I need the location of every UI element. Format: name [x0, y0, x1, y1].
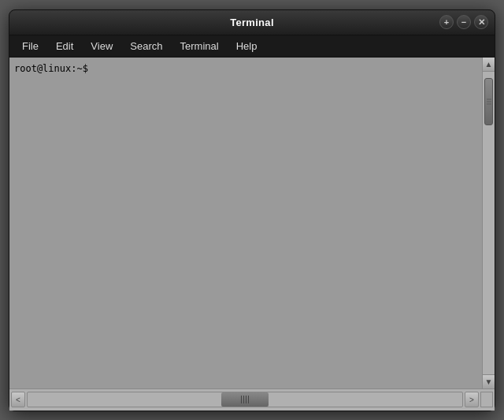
close-button[interactable]: ✕ — [474, 15, 488, 29]
menu-file[interactable]: File — [14, 38, 46, 54]
scroll-up-button[interactable]: ▲ — [483, 58, 495, 72]
menu-help[interactable]: Help — [228, 38, 265, 54]
menu-view[interactable]: View — [83, 38, 120, 54]
thumb-line-2 — [487, 101, 491, 102]
terminal-area[interactable]: root@linux:~$ — [9, 58, 482, 388]
scroll-thumb-horizontal[interactable] — [221, 392, 269, 407]
scroll-left-button[interactable]: < — [11, 392, 25, 407]
content-area: root@linux:~$ ▲ ▼ — [9, 58, 495, 388]
horizontal-scrollbar-area: < > — [9, 388, 495, 411]
down-arrow-icon: ▼ — [485, 377, 493, 386]
terminal-prompt: root@linux:~$ — [14, 62, 477, 76]
menu-edit[interactable]: Edit — [48, 38, 81, 54]
menu-terminal[interactable]: Terminal — [172, 38, 227, 54]
thumb-line-3 — [487, 103, 491, 104]
minimize-button[interactable]: − — [457, 15, 471, 29]
hthumb-line-3 — [246, 396, 246, 403]
thumb-line-1 — [487, 98, 491, 99]
title-bar: Terminal + − ✕ — [9, 10, 495, 35]
scroll-track-vertical[interactable] — [483, 72, 495, 374]
hthumb-line-4 — [248, 396, 249, 403]
menu-bar: File Edit View Search Terminal Help — [9, 35, 495, 58]
add-tab-button[interactable]: + — [439, 15, 454, 29]
left-arrow-icon: < — [16, 396, 20, 404]
hthumb-line-2 — [243, 396, 244, 403]
scroll-down-button[interactable]: ▼ — [483, 374, 495, 388]
terminal-window: Terminal + − ✕ File Edit View Search Ter… — [9, 9, 495, 411]
up-arrow-icon: ▲ — [485, 60, 493, 69]
window-title: Terminal — [230, 17, 274, 28]
right-arrow-icon: > — [469, 396, 474, 404]
vertical-scrollbar[interactable]: ▲ ▼ — [482, 58, 495, 388]
scroll-track-horizontal[interactable] — [27, 392, 463, 407]
scrollbar-corner — [480, 392, 493, 407]
window-controls: + − ✕ — [439, 15, 488, 29]
scroll-right-button[interactable]: > — [465, 392, 479, 407]
menu-search[interactable]: Search — [122, 38, 170, 54]
thumb-grip — [487, 98, 491, 104]
hthumb-line-1 — [241, 396, 242, 403]
scroll-thumb-vertical[interactable] — [484, 78, 493, 125]
